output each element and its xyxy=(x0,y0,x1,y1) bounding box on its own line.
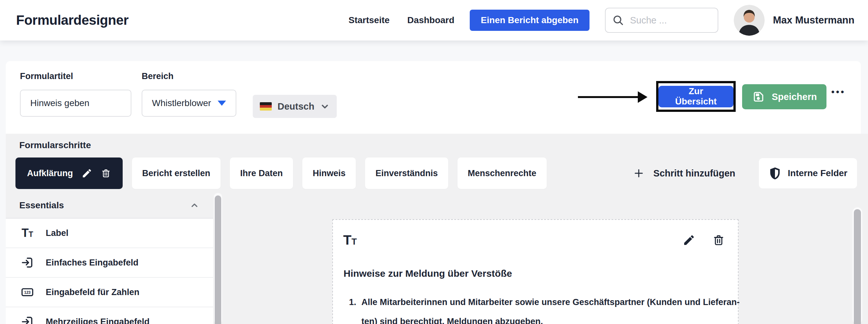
board-scrollbar-thumb[interactable] xyxy=(854,209,861,324)
element-palette: Essentials TT Label Einfaches Eingab xyxy=(6,193,213,324)
search-icon xyxy=(612,14,624,26)
number-input-icon: 123 xyxy=(20,285,35,299)
form-steps-board: Formularschritte Aufklärung Bericht erst… xyxy=(6,134,868,324)
palette-item-text: Label xyxy=(46,228,69,238)
board-scrollbar xyxy=(852,207,862,324)
step-tab-einverstaendnis[interactable]: Einverständnis xyxy=(365,157,448,189)
block-actions xyxy=(683,234,725,247)
delete-block-icon[interactable] xyxy=(712,234,725,247)
palette-item-number-input[interactable]: 123 Eingabefeld für Zahlen xyxy=(6,278,213,307)
app-header: Formulardesigner Startseite Dashboard Ei… xyxy=(0,0,868,40)
palette-scrollbar-thumb[interactable] xyxy=(215,195,221,324)
step-tab-bericht-erstellen[interactable]: Bericht erstellen xyxy=(132,157,221,189)
more-menu-button[interactable]: ••• xyxy=(831,87,845,97)
nav-startseite[interactable]: Startseite xyxy=(348,15,390,25)
step-tab-aufklaerung[interactable]: Aufklärung xyxy=(16,157,123,189)
delete-step-icon[interactable] xyxy=(101,168,111,178)
form-title-value: Hinweis geben xyxy=(30,98,90,108)
area-select[interactable]: Whistlerblower xyxy=(142,90,236,117)
nav-dashboard[interactable]: Dashboard xyxy=(407,15,454,25)
palette-item-text: Einfaches Eingabefeld xyxy=(46,258,138,268)
submit-report-button[interactable]: Einen Bericht abgeben xyxy=(470,10,589,31)
avatar[interactable] xyxy=(734,5,765,36)
header-right: Startseite Dashboard Einen Bericht abgeb… xyxy=(348,5,855,36)
palette-group-essentials[interactable]: Essentials xyxy=(6,193,213,219)
palette-scrollbar xyxy=(214,193,222,324)
area-field: Bereich Whistlerblower xyxy=(142,71,236,117)
search-box[interactable] xyxy=(605,8,718,33)
search-input[interactable] xyxy=(630,15,711,26)
chevron-up-icon xyxy=(189,200,199,211)
add-step-button[interactable]: Schritt hinzufügen xyxy=(633,167,735,179)
user-name[interactable]: Max Mustermann xyxy=(773,14,855,26)
step-tab-ihre-daten[interactable]: Ihre Daten xyxy=(230,157,293,189)
language-selector[interactable]: Deutsch xyxy=(253,95,337,118)
form-title-label: Formulartitel xyxy=(20,71,131,81)
svg-text:123: 123 xyxy=(24,290,31,295)
palette-item-multiline-input[interactable]: Mehrzeiliges Eingabefeld xyxy=(6,307,213,324)
palette-item-text: Eingabefeld für Zahlen xyxy=(46,287,140,297)
save-icon xyxy=(752,90,765,104)
block-list-item: 1. Alle Mitarbeiterinnen und Mitarbeiter… xyxy=(349,292,740,324)
overview-button[interactable]: Zur Übersicht xyxy=(658,86,734,107)
text-label-icon: TT xyxy=(343,233,357,247)
canvas-label-block[interactable]: TT Hinweise zur Meldung ü xyxy=(332,219,739,324)
list-text: Alle Mitarbeiterinnen und Mitarbeiter so… xyxy=(362,292,740,324)
language-value: Deutsch xyxy=(278,101,314,112)
save-button[interactable]: Speichern xyxy=(742,84,827,109)
list-number: 1. xyxy=(349,292,356,324)
block-heading: Hinweise zur Meldung über Verstöße xyxy=(344,268,512,279)
form-meta-card: Formulartitel Hinweis geben Bereich Whis… xyxy=(6,61,861,134)
app-title: Formulardesigner xyxy=(16,12,128,28)
add-step-label: Schritt hinzufügen xyxy=(653,168,735,179)
save-button-label: Speichern xyxy=(772,92,817,102)
annotation-arrow-icon xyxy=(578,96,638,98)
steps-tabs-row: Aufklärung Bericht erstellen Ihre Daten … xyxy=(16,157,857,189)
step-tab-hinweis[interactable]: Hinweis xyxy=(302,157,356,189)
shield-icon xyxy=(769,167,781,180)
area-value: Whistlerblower xyxy=(152,98,211,108)
form-title-input[interactable]: Hinweis geben xyxy=(20,90,131,117)
palette-item-simple-input[interactable]: Einfaches Eingabefeld xyxy=(6,248,213,278)
internal-fields-button[interactable]: Interne Felder xyxy=(759,158,857,188)
chevron-down-icon xyxy=(320,102,330,111)
form-title-field: Formulartitel Hinweis geben xyxy=(20,71,131,117)
plus-icon xyxy=(633,167,645,179)
form-steps-label: Formularschritte xyxy=(19,140,91,150)
palette-item-label[interactable]: TT Label xyxy=(6,219,213,248)
single-input-icon xyxy=(20,256,35,270)
internal-fields-label: Interne Felder xyxy=(788,168,847,178)
area-label: Bereich xyxy=(142,71,236,81)
active-step-label: Aufklärung xyxy=(27,169,73,178)
multiline-input-icon xyxy=(20,315,35,324)
block-toolbar: TT xyxy=(343,233,725,247)
edit-step-icon[interactable] xyxy=(82,168,92,179)
annotation-highlight-box: Zur Übersicht xyxy=(656,81,736,112)
step-tab-menschenrechte[interactable]: Menschenrechte xyxy=(458,157,547,189)
text-label-icon: TT xyxy=(20,227,35,239)
palette-item-text: Mehrzeiliges Eingabefeld xyxy=(46,317,150,324)
germany-flag-icon xyxy=(260,102,272,111)
edit-block-icon[interactable] xyxy=(683,234,695,247)
caret-down-icon xyxy=(218,101,226,106)
palette-group-label: Essentials xyxy=(19,200,64,211)
